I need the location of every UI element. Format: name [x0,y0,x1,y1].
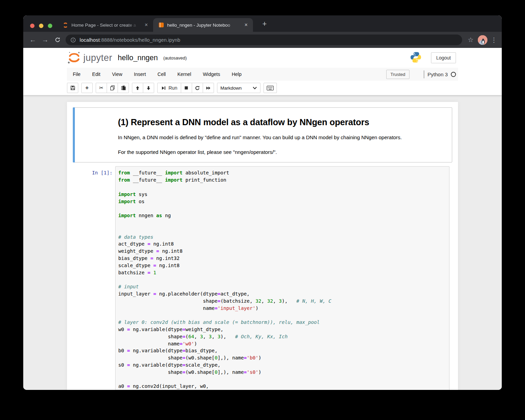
restart-run-all-button[interactable] [203,83,214,93]
floppy-icon [70,85,76,91]
refresh-icon [195,86,200,91]
code-cell[interactable]: In [1]: from __future__ import absolute_… [73,166,452,390]
jupyter-planet-icon [67,51,81,65]
kernel-divider [424,70,424,78]
tab-title: hello_nngen - Jupyter Noteboo [167,23,239,28]
minimize-window-button[interactable] [39,24,43,28]
menu-bar: File Edit View Insert Cell Kernel Widget… [23,68,502,81]
browser-toolbar: ← → localhost:8888/notebooks/hello_nngen… [23,32,502,48]
command-palette-button[interactable] [264,83,277,93]
profile-avatar[interactable] [478,35,487,45]
menu-widgets[interactable]: Widgets [197,68,226,81]
copy-icon [110,85,115,91]
python-logo-icon [410,51,422,65]
restart-kernel-button[interactable] [192,83,203,93]
cell-type-dropdown[interactable]: Markdown [217,83,260,93]
traffic-lights [30,24,52,28]
paste-icon [121,85,126,91]
notebook-area: (1) Represent a DNN model as a dataflow … [23,95,502,390]
tab-strip: Home Page - Select or create a × hello_n… [23,15,502,32]
markdown-heading: (1) Represent a DNN model as a dataflow … [118,117,442,127]
code-editor[interactable]: from __future__ import absolute_importfr… [115,166,449,390]
chevron-down-icon [253,87,257,90]
jupyter-spinner-icon [63,23,68,28]
kernel-name: Python 3 [428,71,448,77]
zoom-window-button[interactable] [48,24,52,28]
logout-button[interactable]: Logout [431,52,456,63]
menu-file[interactable]: File [67,68,86,81]
fast-forward-icon [206,86,211,91]
tab-title: Home Page - Select or create a [71,23,139,28]
keyboard-icon [267,86,274,91]
autosave-status: (autosaved) [163,55,187,61]
run-label: Run [169,85,177,91]
step-forward-icon [161,86,166,91]
menu-insert[interactable]: Insert [128,68,152,81]
menu-help[interactable]: Help [226,68,247,81]
add-cell-button[interactable]: + [81,83,93,93]
run-cell-button[interactable]: Run [157,83,181,93]
arrow-down-icon [146,86,151,91]
jupyter-header: jupyter hello_nngen (autosaved) Logout F… [23,48,502,95]
notebook-title[interactable]: hello_nngen [118,54,158,62]
arrow-up-icon [135,86,140,91]
bookmark-star-icon[interactable]: ☆ [466,36,476,44]
menu-cell[interactable]: Cell [152,68,172,81]
paste-cell-button[interactable] [118,83,129,93]
menu-kernel[interactable]: Kernel [172,68,197,81]
notebook-container: (1) Represent a DNN model as a dataflow … [67,102,458,390]
move-cell-down-button[interactable] [143,83,154,93]
back-icon[interactable]: ← [27,34,39,46]
url-text: localhost:8888/notebooks/hello_nngen.ipy… [80,37,180,43]
scissors-icon: ✂ [99,85,104,91]
save-button[interactable] [67,83,78,93]
selected-cell-indicator [73,107,75,162]
tab-home-page[interactable]: Home Page - Select or create a × [57,18,153,32]
menu-view[interactable]: View [106,68,128,81]
interrupt-kernel-button[interactable] [181,83,192,93]
close-window-button[interactable] [30,24,35,28]
url-host: localhost [80,37,100,43]
url-path: :8888/notebooks/hello_nngen.ipynb [100,37,180,43]
stop-icon [184,86,189,90]
browser-window: Home Page - Select or create a × hello_n… [23,15,502,390]
markdown-cell[interactable]: (1) Represent a DNN model as a dataflow … [73,107,452,162]
copy-cell-button[interactable] [107,83,118,93]
close-tab-icon[interactable]: × [143,22,150,28]
move-cell-up-button[interactable] [132,83,143,93]
jupyter-logo-text: jupyter [83,53,112,63]
browser-menu-icon[interactable]: ⋮ [489,36,498,44]
menu-edit[interactable]: Edit [86,68,106,81]
close-tab-icon[interactable]: × [243,22,250,28]
notebook-book-icon [159,23,164,27]
input-prompt: In [1]: [73,166,115,390]
markdown-paragraph: For the supported NNgen operator list, p… [118,149,442,155]
trusted-badge[interactable]: Trusted [386,70,409,79]
jupyter-logo[interactable]: jupyter [67,51,112,65]
cell-type-value: Markdown [220,86,242,91]
site-info-icon[interactable] [70,37,76,43]
address-bar[interactable]: localhost:8888/notebooks/hello_nngen.ipy… [66,35,462,45]
notebook-toolbar: + ✂ Run [23,81,502,95]
markdown-paragraph: In NNgen, a DNN model is defined by "def… [118,134,442,141]
forward-icon[interactable]: → [39,34,51,46]
new-tab-button[interactable]: + [260,19,269,29]
code-lines: from __future__ import absolute_importfr… [118,169,446,390]
tab-hello-nngen[interactable]: hello_nngen - Jupyter Noteboo × [153,18,253,32]
plus-icon: + [85,84,89,91]
reload-icon[interactable] [51,34,64,46]
kernel-idle-indicator-icon [451,72,456,77]
cut-cell-button[interactable]: ✂ [96,83,107,93]
